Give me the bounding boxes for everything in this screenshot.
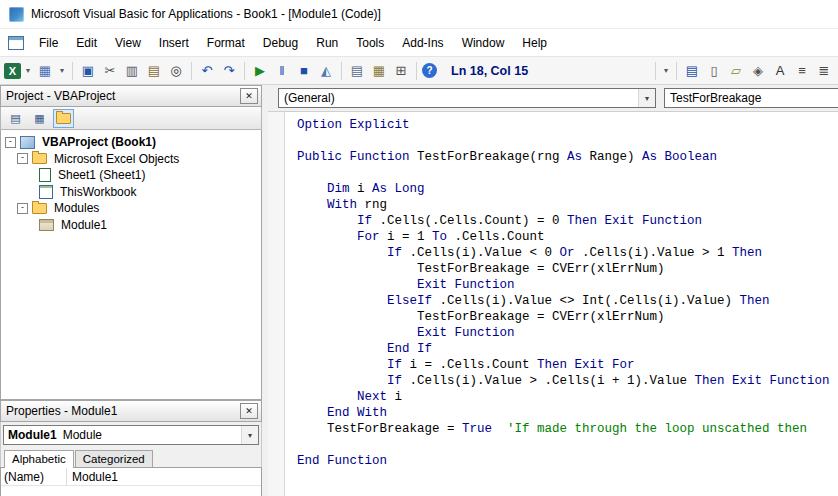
- menu-item-file[interactable]: File: [30, 31, 67, 55]
- view-code-icon[interactable]: ▤: [5, 109, 26, 128]
- code-line[interactable]: Dim i As Long: [297, 181, 838, 197]
- find-icon[interactable]: ◎: [166, 61, 186, 81]
- view-object-icon[interactable]: ▦: [29, 109, 50, 128]
- procedure-dropdown[interactable]: TestForBreakage: [664, 88, 838, 108]
- menu-item-debug[interactable]: Debug: [254, 31, 307, 55]
- menu-item-run[interactable]: Run: [307, 31, 347, 55]
- menu-item-addins[interactable]: Add-Ins: [393, 31, 452, 55]
- quick-info-icon[interactable]: ▱: [726, 61, 746, 81]
- tree-item[interactable]: -Modules: [1, 200, 261, 217]
- project-explorer-icon[interactable]: ▤: [347, 61, 367, 81]
- tree-item[interactable]: Module1: [1, 217, 261, 234]
- menu-item-tools[interactable]: Tools: [347, 31, 393, 55]
- properties-panel-close-icon[interactable]: ✕: [240, 403, 258, 419]
- code-line[interactable]: If .Cells(.Cells.Count) = 0 Then Exit Fu…: [297, 213, 838, 229]
- menu-item-format[interactable]: Format: [198, 31, 254, 55]
- code-line[interactable]: [297, 133, 838, 149]
- view-excel-dropdown-icon[interactable]: ▾: [23, 61, 33, 81]
- tree-expander-icon[interactable]: -: [17, 203, 28, 214]
- property-value[interactable]: Module1: [67, 470, 118, 484]
- indent-icon[interactable]: ≡: [792, 61, 812, 81]
- properties-panel-header[interactable]: Properties - Module1 ✕: [0, 400, 262, 422]
- reset-icon[interactable]: ■: [294, 61, 314, 81]
- code-segment: [297, 230, 357, 244]
- tree-item[interactable]: -Microsoft Excel Objects: [1, 151, 261, 168]
- tree-item[interactable]: ThisWorkbook: [1, 184, 261, 201]
- run-icon[interactable]: ▶: [250, 61, 270, 81]
- object-dropdown[interactable]: (General) ▾: [278, 88, 656, 108]
- save-icon[interactable]: ▣: [78, 61, 98, 81]
- menu-item-help[interactable]: Help: [513, 31, 556, 55]
- chevron-down-icon[interactable]: ▾: [638, 89, 655, 107]
- code-segment: Exit Function: [417, 278, 515, 292]
- code-editor[interactable]: Option Explicit Public Function TestForB…: [268, 111, 838, 496]
- insert-dropdown-icon[interactable]: ▾: [57, 61, 67, 81]
- list-constants-icon[interactable]: ▯: [704, 61, 724, 81]
- code-line[interactable]: If .Cells(i).Value > .Cells(i + 1).Value…: [297, 373, 838, 389]
- code-combo-row: (General) ▾ TestForBreakage: [268, 85, 838, 111]
- code-line[interactable]: TestForBreakage = CVErr(xlErrNum): [297, 261, 838, 277]
- properties-window-icon[interactable]: ▦: [369, 61, 389, 81]
- code-line[interactable]: TestForBreakage = True 'If made through …: [297, 421, 838, 437]
- tree-expander-icon[interactable]: -: [5, 137, 16, 148]
- outdent-icon[interactable]: ≣: [814, 61, 834, 81]
- cut-icon[interactable]: ✂: [100, 61, 120, 81]
- code-line[interactable]: [297, 165, 838, 181]
- code-segment: If: [387, 358, 410, 372]
- redo-icon[interactable]: ↷: [219, 61, 239, 81]
- menu-item-edit[interactable]: Edit: [67, 31, 106, 55]
- code-line[interactable]: End With: [297, 405, 838, 421]
- toolbar-options-icon[interactable]: ▾: [661, 61, 671, 81]
- parameter-info-icon[interactable]: ◈: [748, 61, 768, 81]
- view-microsoft-excel-icon[interactable]: X: [4, 63, 21, 79]
- menu-item-window[interactable]: Window: [453, 31, 514, 55]
- undo-icon[interactable]: ↶: [197, 61, 217, 81]
- toggle-folders-icon[interactable]: [53, 109, 74, 128]
- help-icon[interactable]: ?: [422, 63, 437, 78]
- code-lines[interactable]: Option Explicit Public Function TestForB…: [285, 112, 838, 496]
- tab-alphabetic[interactable]: Alphabetic: [4, 450, 74, 468]
- toolbar-separator: [72, 62, 73, 80]
- code-line[interactable]: With rng: [297, 197, 838, 213]
- tree-item[interactable]: Sheet1 (Sheet1): [1, 167, 261, 184]
- project-panel-close-icon[interactable]: ✕: [240, 88, 258, 104]
- copy-icon[interactable]: ▥: [122, 61, 142, 81]
- paste-icon[interactable]: ▤: [144, 61, 164, 81]
- code-line[interactable]: End If: [297, 341, 838, 357]
- code-line[interactable]: TestForBreakage = CVErr(xlErrNum): [297, 309, 838, 325]
- design-mode-icon[interactable]: ◭: [316, 61, 336, 81]
- code-line[interactable]: If .Cells(i).Value < 0 Or .Cells(i).Valu…: [297, 245, 838, 261]
- code-line[interactable]: [297, 437, 838, 453]
- break-icon[interactable]: ‖: [272, 61, 292, 81]
- code-line[interactable]: Option Explicit: [297, 117, 838, 133]
- code-segment: Option Explicit: [297, 118, 410, 132]
- code-line[interactable]: For i = 1 To .Cells.Count: [297, 229, 838, 245]
- code-line[interactable]: Exit Function: [297, 325, 838, 341]
- property-row[interactable]: (Name)Module1: [1, 468, 261, 486]
- code-line[interactable]: If i = .Cells.Count Then Exit For: [297, 357, 838, 373]
- chevron-down-icon[interactable]: ▾: [241, 426, 258, 444]
- project-panel-title: Project - VBAProject: [6, 89, 115, 103]
- tab-categorized[interactable]: Categorized: [75, 450, 153, 467]
- tree-expander-icon[interactable]: -: [17, 153, 28, 164]
- code-line[interactable]: End Function: [297, 453, 838, 469]
- module-window-icon[interactable]: [8, 36, 24, 50]
- project-panel-header[interactable]: Project - VBAProject ✕: [0, 85, 262, 107]
- code-segment: [297, 358, 387, 372]
- main-area: Project - VBAProject ✕ ▤▦ -VBAProject (B…: [0, 85, 838, 496]
- menu-item-view[interactable]: View: [106, 31, 150, 55]
- tree-item[interactable]: -VBAProject (Book1): [1, 134, 261, 151]
- code-line[interactable]: Public Function TestForBreakage(rng As R…: [297, 149, 838, 165]
- object-browser-icon[interactable]: ⊞: [391, 61, 411, 81]
- code-line[interactable]: Exit Function: [297, 277, 838, 293]
- insert-userform-icon[interactable]: ▦: [35, 61, 55, 81]
- margin-indicator-bar[interactable]: [268, 112, 285, 496]
- list-properties-icon[interactable]: ▤: [682, 61, 702, 81]
- code-line[interactable]: Next i: [297, 389, 838, 405]
- properties-object-selector[interactable]: Module1 Module ▾: [3, 425, 259, 445]
- complete-word-icon[interactable]: A: [770, 61, 790, 81]
- code-segment: [297, 294, 387, 308]
- code-segment: TestForBreakage = CVErr(xlErrNum): [297, 262, 665, 276]
- menu-item-insert[interactable]: Insert: [150, 31, 198, 55]
- code-line[interactable]: ElseIf .Cells(i).Value <> Int(.Cells(i).…: [297, 293, 838, 309]
